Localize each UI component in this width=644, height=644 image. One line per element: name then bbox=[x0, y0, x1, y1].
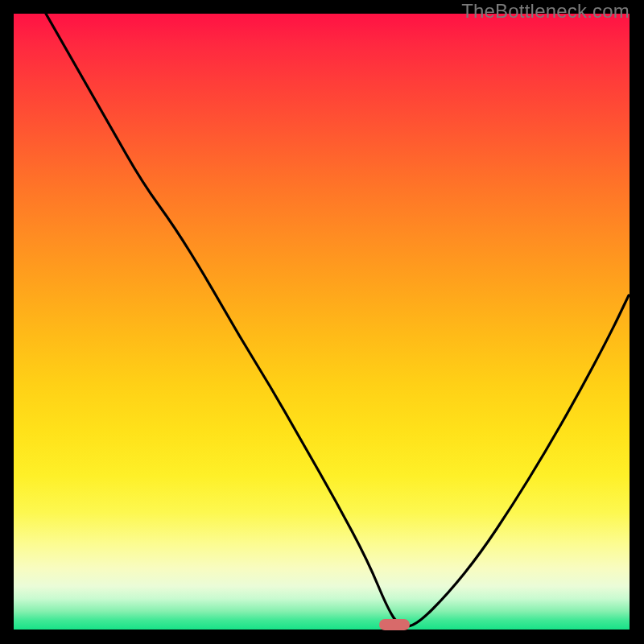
plot-area bbox=[14, 14, 630, 630]
optimal-point-marker bbox=[379, 619, 410, 630]
bottleneck-curve-svg bbox=[14, 14, 630, 630]
chart-frame bbox=[14, 14, 630, 630]
watermark-text: TheBottleneck.com bbox=[461, 0, 630, 23]
bottleneck-curve bbox=[46, 14, 629, 626]
